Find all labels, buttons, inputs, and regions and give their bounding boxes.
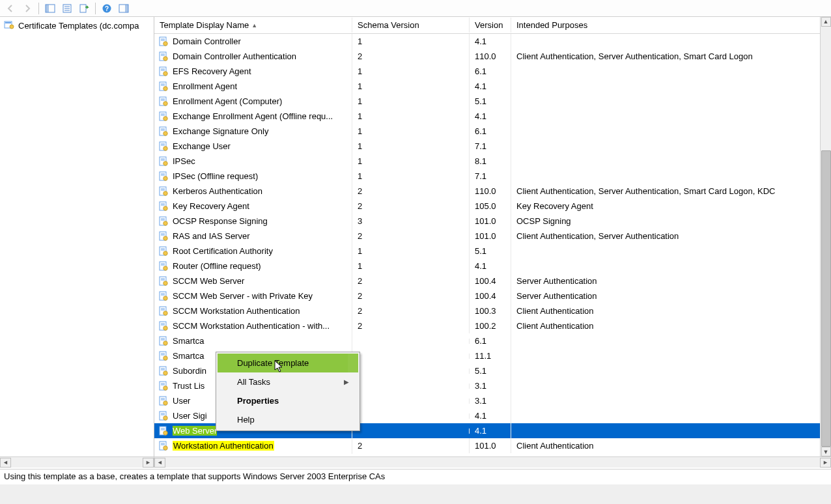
menu-duplicate-template[interactable]: Duplicate Template	[218, 354, 358, 372]
help-button[interactable]: ?	[99, 1, 115, 16]
menu-properties[interactable]: Properties	[218, 391, 358, 410]
toolbar-separator	[95, 3, 96, 14]
tree-root-item[interactable]: Certificate Templates (dc.compa	[0, 17, 154, 35]
svg-point-69	[163, 236, 167, 240]
table-row[interactable]: SCCM Workstation Authentication - with..…	[154, 318, 831, 333]
svg-point-17	[163, 41, 167, 45]
template-name: User	[173, 396, 190, 406]
template-name: Domain Controller	[173, 36, 241, 46]
svg-point-89	[163, 311, 167, 315]
table-row[interactable]: Smartca6.1	[154, 333, 831, 348]
back-button[interactable]	[3, 1, 18, 16]
svg-point-77	[163, 266, 167, 270]
forward-button[interactable]	[20, 1, 35, 16]
table-row[interactable]: SCCM Web Server2100.4Server Authenticati…	[154, 273, 831, 288]
template-name: Domain Controller Authentication	[173, 51, 296, 61]
svg-point-73	[163, 251, 167, 255]
tree-pane: Certificate Templates (dc.compa ◄ ►	[0, 17, 154, 468]
template-name: Exchange User	[173, 141, 231, 151]
svg-point-117	[163, 415, 167, 419]
table-row[interactable]: SCCM Web Server - with Private Key2100.4…	[154, 288, 831, 303]
template-name: RAS and IAS Server	[173, 231, 250, 241]
table-row[interactable]: RAS and IAS Server2101.0Client Authentic…	[154, 229, 831, 244]
vertical-scrollbar[interactable]: ▲ ▼	[820, 17, 831, 456]
sort-asc-icon: ▲	[251, 22, 257, 29]
menu-help[interactable]: Help	[218, 410, 358, 429]
menu-all-tasks[interactable]: All Tasks ▶	[218, 372, 358, 391]
template-name: SCCM Web Server - with Private Key	[173, 291, 313, 301]
svg-point-65	[163, 221, 167, 225]
table-row[interactable]: Exchange Signature Only16.1	[154, 124, 831, 139]
scroll-left-icon[interactable]: ◄	[0, 458, 11, 468]
svg-point-61	[163, 206, 167, 210]
table-row[interactable]: SCCM Workstation Authentication2100.3Cli…	[154, 303, 831, 318]
svg-point-25	[163, 71, 167, 75]
scrollbar-thumb[interactable]	[821, 150, 831, 447]
table-row[interactable]: IPSec (Offline request)17.1	[154, 169, 831, 184]
scroll-right-icon[interactable]: ►	[143, 458, 154, 468]
export-list-button[interactable]	[76, 1, 92, 16]
template-name: SCCM Workstation Authentication - with..…	[173, 321, 330, 331]
svg-point-121	[163, 430, 167, 434]
template-name: Kerberos Authentication	[173, 186, 262, 196]
svg-point-125	[163, 445, 167, 449]
toolbar: ?	[0, 0, 831, 17]
svg-point-109	[163, 385, 167, 389]
toolbar-separator	[38, 3, 39, 14]
svg-rect-10	[125, 5, 128, 12]
status-text: Using this template as a base, creates a…	[4, 471, 385, 481]
table-row[interactable]: Router (Offline request)14.1	[154, 259, 831, 273]
table-row[interactable]: Key Recovery Agent2105.0Key Recovery Age…	[154, 199, 831, 214]
table-row[interactable]: Exchange User17.1	[154, 139, 831, 154]
table-row[interactable]: Root Certification Authority15.1	[154, 244, 831, 259]
svg-point-101	[163, 356, 167, 359]
svg-point-113	[163, 400, 167, 404]
svg-text:?: ?	[105, 5, 109, 12]
table-row[interactable]: Kerberos Authentication2110.0Client Auth…	[154, 184, 831, 199]
scroll-right-icon[interactable]: ►	[820, 458, 831, 468]
svg-point-33	[163, 101, 167, 105]
scroll-up-icon[interactable]: ▲	[821, 17, 831, 27]
scroll-down-icon[interactable]: ▼	[821, 447, 831, 456]
svg-point-57	[163, 191, 167, 195]
context-menu: Duplicate Template All Tasks ▶ Propertie…	[216, 352, 360, 431]
svg-point-21	[163, 56, 167, 60]
svg-point-13	[10, 25, 14, 29]
column-header-version[interactable]: Version	[470, 18, 511, 33]
table-row[interactable]: Domain Controller Authentication2110.0Cl…	[154, 49, 831, 64]
template-name: Workstation Authentication	[173, 441, 274, 451]
svg-rect-1	[46, 5, 49, 12]
table-row[interactable]: Domain Controller14.1	[154, 34, 831, 49]
svg-rect-12	[5, 22, 11, 23]
column-header-name[interactable]: Template Display Name ▲	[154, 18, 352, 33]
svg-point-97	[163, 341, 167, 344]
template-name: Trust Lis	[173, 381, 204, 391]
list-horizontal-scrollbar[interactable]: ◄ ►	[154, 456, 831, 468]
template-name: Enrollment Agent (Computer)	[173, 96, 282, 106]
template-name: Smartca	[173, 351, 204, 361]
table-row[interactable]: Enrollment Agent14.1	[154, 79, 831, 94]
table-row[interactable]: Enrollment Agent (Computer)15.1	[154, 94, 831, 109]
column-header-schema[interactable]: Schema Version	[352, 18, 470, 33]
template-name: SCCM Web Server	[173, 276, 244, 286]
properties-button[interactable]	[59, 1, 75, 16]
template-name: Subordin	[173, 366, 206, 376]
table-row[interactable]: Workstation Authentication2101.0Client A…	[154, 438, 831, 453]
template-name: IPSec	[173, 156, 195, 166]
table-row[interactable]: Exchange Enrollment Agent (Offline requ.…	[154, 109, 831, 124]
template-name: Smartca	[173, 336, 204, 346]
column-header-purposes[interactable]: Intended Purposes	[511, 18, 831, 33]
tree-root-label: Certificate Templates (dc.compa	[18, 21, 139, 31]
action-pane-button[interactable]	[116, 1, 132, 16]
scroll-left-icon[interactable]: ◄	[154, 458, 165, 468]
table-row[interactable]: OCSP Response Signing3101.0OCSP Signing	[154, 214, 831, 229]
table-row[interactable]: EFS Recovery Agent16.1	[154, 64, 831, 79]
template-name: Enrollment Agent	[173, 81, 237, 91]
show-hide-tree-button[interactable]	[42, 1, 58, 16]
svg-point-105	[163, 371, 167, 374]
svg-point-29	[163, 86, 167, 90]
svg-point-81	[163, 281, 167, 285]
table-row[interactable]: IPSec18.1	[154, 154, 831, 169]
template-name: User Sigi	[173, 411, 207, 421]
tree-horizontal-scrollbar[interactable]: ◄ ►	[0, 456, 154, 468]
